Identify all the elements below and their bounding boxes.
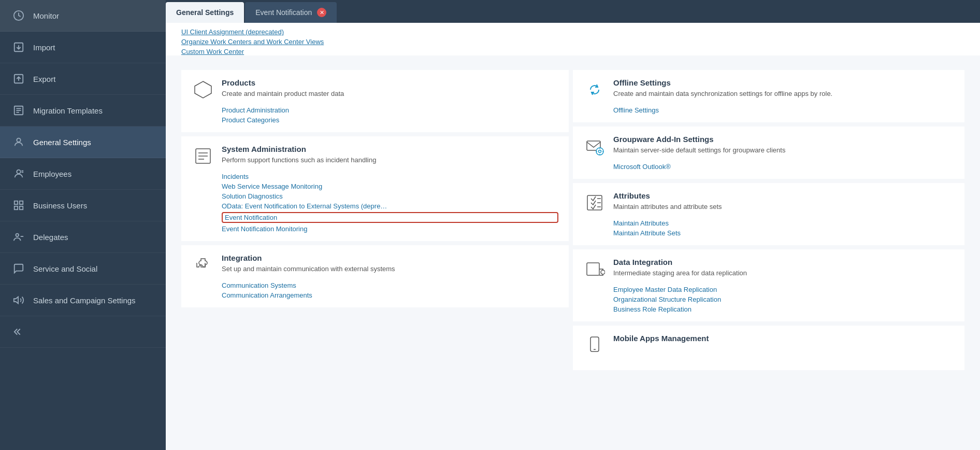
sidebar-item-sales-campaign[interactable]: Sales and Campaign Settings xyxy=(0,285,166,316)
section-link-system-administration[interactable]: Event Notification Monitoring xyxy=(222,225,558,233)
top-link[interactable]: Organize Work Centers and Work Center Vi… xyxy=(181,38,964,46)
top-link[interactable]: Custom Work Center xyxy=(181,48,964,55)
section-header-groupware: Groupware Add-In SettingsMaintain server… xyxy=(583,135,954,158)
export-icon xyxy=(12,73,25,85)
sidebar-label-delegates: Delegates xyxy=(33,233,68,242)
right-column: Offline SettingsCreate and maintain data… xyxy=(573,70,964,374)
sidebar-label-monitor: Monitor xyxy=(33,11,59,20)
sidebar-label-migration-templates: Migration Templates xyxy=(33,106,103,115)
tab-close-event-notification[interactable]: ✕ xyxy=(317,8,326,17)
svg-point-37 xyxy=(601,270,605,274)
section-links-groupware: Microsoft Outlook® xyxy=(583,163,954,171)
section-title-attributes: Attributes xyxy=(613,191,722,200)
sidebar-item-general-settings[interactable]: General Settings xyxy=(0,126,166,158)
import-icon xyxy=(12,41,25,53)
delegates-icon xyxy=(12,231,25,243)
section-link-data-integration[interactable]: Employee Master Data Replication xyxy=(613,286,954,293)
section-header-system-administration: System AdministrationPerform support fun… xyxy=(192,145,558,167)
section-header-offline-settings: Offline SettingsCreate and maintain data… xyxy=(583,78,954,101)
section-desc-system-administration: Perform support functions such as incide… xyxy=(222,156,376,165)
sidebar-item-delegates[interactable]: Delegates xyxy=(0,221,166,253)
section-data-integration: Data IntegrationIntermediate staging are… xyxy=(573,249,964,321)
tab-label-general-settings: General Settings xyxy=(176,8,234,17)
migration-templates-icon xyxy=(12,104,25,117)
monitor-icon xyxy=(12,9,25,22)
svg-point-10 xyxy=(17,170,20,174)
svg-marker-19 xyxy=(14,297,18,304)
system-administration-icon xyxy=(192,145,214,167)
section-title-block-mobile-apps: Mobile Apps Management xyxy=(613,334,709,345)
svg-point-9 xyxy=(17,138,20,142)
section-title-mobile-apps: Mobile Apps Management xyxy=(613,334,709,343)
section-mobile-apps: Mobile Apps Management xyxy=(573,326,964,370)
section-link-system-administration[interactable]: OData: Event Notification to External Sy… xyxy=(222,202,558,210)
section-products: ProductsCreate and maintain product mast… xyxy=(181,70,569,132)
section-title-system-administration: System Administration xyxy=(222,145,376,153)
section-integration: IntegrationSet up and maintain communica… xyxy=(181,245,569,307)
main-content: General SettingsEvent Notification✕ UI C… xyxy=(166,0,980,450)
section-link-products[interactable]: Product Administration xyxy=(222,106,558,114)
sidebar-item-export[interactable]: Export xyxy=(0,63,166,95)
section-link-system-administration[interactable]: Web Service Message Monitoring xyxy=(222,182,558,190)
section-link-integration[interactable]: Communication Arrangements xyxy=(222,291,558,299)
mobile-apps-icon xyxy=(583,334,606,357)
section-groupware: Groupware Add-In SettingsMaintain server… xyxy=(573,126,964,179)
sidebar-item-migration-templates[interactable]: Migration Templates xyxy=(0,95,166,126)
section-header-attributes: AttributesMaintain attributes and attrib… xyxy=(583,191,954,214)
sidebar-item-collapse[interactable] xyxy=(0,316,166,348)
section-title-products: Products xyxy=(222,78,344,87)
sidebar-item-employees[interactable]: Employees xyxy=(0,158,166,190)
integration-icon xyxy=(192,254,214,276)
content-area: UI Client Assignment (deprecated)Organiz… xyxy=(166,23,980,450)
section-link-integration[interactable]: Communication Systems xyxy=(222,282,558,289)
general-settings-icon xyxy=(12,136,25,148)
attributes-icon xyxy=(583,191,606,214)
section-system-administration: System AdministrationPerform support fun… xyxy=(181,136,569,241)
section-header-data-integration: Data IntegrationIntermediate staging are… xyxy=(583,258,954,280)
section-link-data-integration[interactable]: Business Role Replication xyxy=(613,305,954,313)
section-title-block-products: ProductsCreate and maintain product mast… xyxy=(222,78,344,99)
service-social-icon xyxy=(12,262,25,275)
content-grid: ProductsCreate and maintain product mast… xyxy=(166,60,980,385)
tab-event-notification[interactable]: Event Notification✕ xyxy=(245,2,337,23)
sidebar-item-service-social[interactable]: Service and Social xyxy=(0,253,166,285)
products-icon xyxy=(192,78,214,101)
section-link-data-integration[interactable]: Organizational Structure Replication xyxy=(613,296,954,303)
section-title-block-system-administration: System AdministrationPerform support fun… xyxy=(222,145,376,165)
section-desc-products: Create and maintain product master data xyxy=(222,89,344,99)
business-users-icon xyxy=(12,199,25,212)
svg-rect-14 xyxy=(20,201,23,204)
section-link-system-administration[interactable]: Solution Diagnostics xyxy=(222,192,558,200)
section-link-system-administration[interactable]: Event Notification xyxy=(222,212,558,223)
sidebar-item-import[interactable]: Import xyxy=(0,32,166,63)
svg-rect-13 xyxy=(15,201,18,204)
section-links-offline-settings: Offline Settings xyxy=(583,106,954,114)
section-title-block-data-integration: Data IntegrationIntermediate staging are… xyxy=(613,258,747,278)
section-header-integration: IntegrationSet up and maintain communica… xyxy=(192,254,558,276)
section-desc-attributes: Maintain attributes and attribute sets xyxy=(613,202,722,212)
svg-rect-16 xyxy=(20,206,23,209)
sidebar-label-business-users: Business Users xyxy=(33,201,87,210)
section-links-system-administration: IncidentsWeb Service Message MonitoringS… xyxy=(192,173,558,233)
sidebar-item-business-users[interactable]: Business Users xyxy=(0,190,166,221)
sidebar-label-sales-campaign: Sales and Campaign Settings xyxy=(33,296,136,305)
section-link-attributes[interactable]: Maintain Attribute Sets xyxy=(613,229,954,237)
sales-campaign-icon xyxy=(12,294,25,306)
svg-rect-36 xyxy=(587,263,599,275)
collapse-icon xyxy=(12,326,25,338)
tab-label-event-notification: Event Notification xyxy=(255,8,312,17)
employees-icon xyxy=(12,167,25,180)
section-desc-offline-settings: Create and maintain data synchronization… xyxy=(613,89,832,99)
sidebar-item-monitor[interactable]: Monitor xyxy=(0,0,166,32)
tab-general-settings[interactable]: General Settings xyxy=(166,2,244,23)
section-link-system-administration[interactable]: Incidents xyxy=(222,173,558,180)
top-link[interactable]: UI Client Assignment (deprecated) xyxy=(181,28,964,36)
section-title-block-groupware: Groupware Add-In SettingsMaintain server… xyxy=(613,135,785,155)
section-link-attributes[interactable]: Maintain Attributes xyxy=(613,219,954,227)
left-column: ProductsCreate and maintain product mast… xyxy=(181,70,573,374)
section-title-block-attributes: AttributesMaintain attributes and attrib… xyxy=(613,191,722,212)
sidebar-label-export: Export xyxy=(33,75,55,83)
section-link-offline-settings[interactable]: Offline Settings xyxy=(613,106,954,114)
section-link-products[interactable]: Product Categories xyxy=(222,116,558,124)
section-link-groupware[interactable]: Microsoft Outlook® xyxy=(613,163,954,171)
